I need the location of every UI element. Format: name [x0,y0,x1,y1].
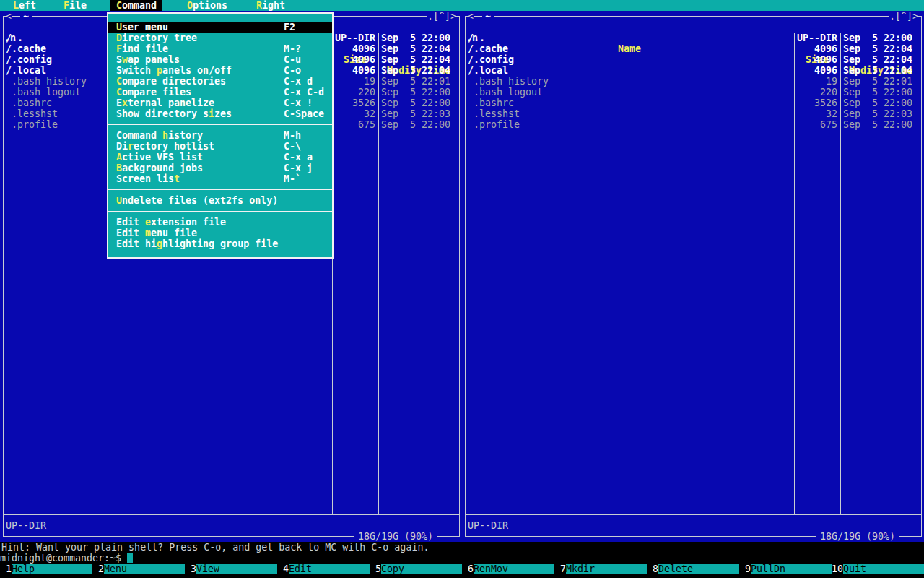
menu-item-hotkey-letter: e [145,217,151,228]
fkey-help[interactable]: 1Help [0,564,92,574]
menu-item-shortcut: M-h [284,130,301,141]
menubar-hotkey-letter: C [116,0,122,11]
fkey-pulldn[interactable]: 9PullDn [739,564,832,574]
menubar-item-label: ommand [122,0,157,11]
fkey-label: Copy [381,564,462,574]
menu-item-directory-tree[interactable]: Directory tree [108,33,332,43]
menu-item-hotkey-letter: C [116,76,122,87]
fkey-label: Delete [658,564,739,574]
file-row[interactable]: .profile675Sep 5 22:00 [462,119,924,130]
menu-item-label: ompare directories [122,76,226,87]
menubar-hotkey-letter: R [256,0,262,11]
hint-line: Hint: Want your plain shell? Press C-o, … [1,542,429,553]
menu-item-compare-directories[interactable]: Compare directoriesC-x d [108,76,332,87]
menu-item-hotkey-letter: x [122,98,128,108]
file-size: 19 [797,76,837,87]
menu-item-hotkey-letter: m [145,228,151,238]
panel-controls-icon[interactable]: .[^]> [427,11,456,22]
menu-item-shortcut: M-` [284,173,301,184]
file-size: UP--DIR [335,33,375,43]
menu-item-external-panelize[interactable]: External panelizeC-x ! [108,98,332,108]
menu-item-label: Edit [116,217,145,228]
menu-item-background-jobs[interactable]: Background jobsC-x j [108,163,332,173]
file-row[interactable]: .lesshst32Sep 5 22:03 [462,108,924,119]
fkey-renmov[interactable]: 6RenMov [462,564,554,574]
file-row[interactable]: /.cache4096Sep 5 22:04 [462,43,924,54]
menu-item-edit-menu-file[interactable]: Edit menu file [108,228,332,238]
file-name: /.config [468,54,514,65]
file-row[interactable]: /.local4096Sep 5 22:04 [462,65,924,76]
menubar-item-label: eft [19,0,36,11]
menu-item-swap-panels[interactable]: Swap panelsC-u [108,54,332,65]
menu-item-compare-files[interactable]: Compare filesC-x C-d [108,87,332,98]
menu-item-edit-extension-file[interactable]: Edit extension file [108,217,332,228]
menu-item-label: istory [168,130,203,141]
menubar-item-label: ile [69,0,87,11]
file-name: /.local [468,65,508,76]
menu-item-label: Switch [116,65,157,76]
fkey-view[interactable]: 3View [185,564,277,574]
terminal-cursor [127,553,133,563]
file-size: 4096 [335,43,375,54]
menu-item-find-file[interactable]: Find fileM-? [108,43,332,54]
history-back-icon[interactable]: < [468,11,474,22]
fkey-edit[interactable]: 4Edit [277,564,370,574]
menubar-item-left[interactable]: Left [13,0,36,11]
menu-item-active-vfs-list[interactable]: Active VFS listC-x a [108,152,332,163]
file-mtime: Sep 5 22:04 [381,54,456,65]
panel-path[interactable]: ~ [20,11,32,22]
file-mtime: Sep 5 22:04 [381,43,456,54]
menu-item-label: ternal panelize [128,98,214,108]
menu-item-label: irectory tree [122,33,197,43]
file-name: .bash_logout [474,87,543,98]
fkey-number: 10 [832,564,843,574]
file-row[interactable]: /..UP--DIRSep 5 22:00 [462,33,924,43]
fkey-label: Quit [843,564,924,574]
menu-item-directory-hotlist[interactable]: Directory hotlistC-\ [108,141,332,152]
menu-item-label: ackground jobs [122,163,203,173]
fkey-menu[interactable]: 2Menu [92,564,185,574]
menu-item-user-menu[interactable]: User menuF2 [108,22,332,33]
menu-item-show-directory-sizes[interactable]: Show directory sizesC-Space [108,108,332,119]
fkey-mkdir[interactable]: 7Mkdir [554,564,647,574]
file-size: 220 [797,87,837,98]
fkey-copy[interactable]: 5Copy [370,564,462,574]
right-panel: < ~ .[^]> .n Name Size Modify time /..UP… [462,11,924,542]
menu-item-hotkey-letter: h [162,130,168,141]
file-row[interactable]: /.config4096Sep 5 22:04 [462,54,924,65]
menu-item-shortcut: C-x j [284,163,313,173]
shell-prompt[interactable]: midnight@commander:~$ [0,553,121,564]
menu-item-switch-panels-on-off[interactable]: Switch panels on/offC-o [108,65,332,76]
panel-controls-icon[interactable]: .[^]> [889,11,918,22]
fkey-number: 1 [0,564,12,574]
fkey-delete[interactable]: 8Delete [647,564,739,574]
fkey-quit[interactable]: 10Quit [832,564,924,574]
menu-item-shortcut: C-\ [284,141,301,152]
menu-item-command-history[interactable]: Command historyM-h [108,130,332,141]
file-row[interactable]: .bash_history19Sep 5 22:01 [462,76,924,87]
file-mtime: Sep 5 22:00 [381,119,456,130]
menubar-item-command[interactable]: Command [110,0,162,11]
file-row[interactable]: .bashrc3526Sep 5 22:00 [462,98,924,108]
menubar-item-options[interactable]: Options [187,0,227,11]
menu-item-shortcut: F2 [284,22,295,33]
history-back-icon[interactable]: < [6,11,12,22]
file-size: 220 [335,87,375,98]
menu-item-hotkey-letter: U [116,195,122,206]
panel-path[interactable]: ~ [482,11,494,22]
mini-status-separator [4,514,459,515]
menu-item-edit-highlighting-group-file[interactable]: Edit highlighting group file [108,238,332,249]
file-row[interactable]: .bash_logout220Sep 5 22:00 [462,87,924,98]
menu-item-shortcut: C-o [284,65,301,76]
file-name: .bash_history [474,76,549,87]
menu-item-screen-list[interactable]: Screen listM-` [108,173,332,184]
fkey-label: View [196,564,277,574]
file-size: 675 [335,119,375,130]
menu-item-undelete-files[interactable]: Undelete files (ext2fs only) [108,195,332,206]
file-size: 3526 [335,98,375,108]
file-mtime: Sep 5 22:03 [381,108,456,119]
menubar-item-right[interactable]: Right [256,0,285,11]
menu-item-shortcut: M-? [284,43,301,54]
menubar-hotkey-letter: F [64,0,69,11]
menubar-item-file[interactable]: File [64,0,87,11]
